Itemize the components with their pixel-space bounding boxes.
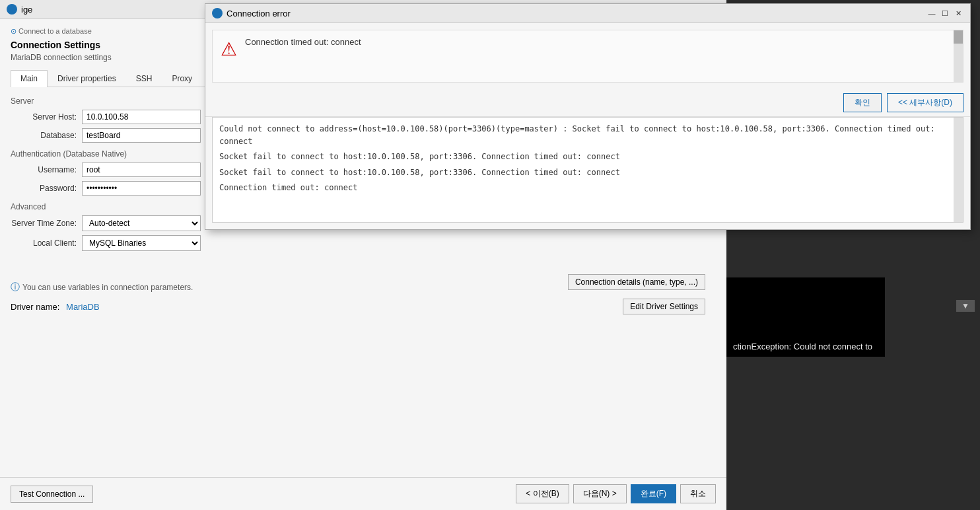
driver-name-value: MariaDB [66, 302, 100, 312]
app-title: ige [21, 5, 32, 15]
error-main-text: Connection timed out: connect [245, 37, 955, 47]
dialog-title: Connection error [227, 9, 291, 18]
exception-text-bottom: ctionException: Could not connect to [733, 342, 872, 351]
local-client-select[interactable]: MySQL Binaries [82, 235, 201, 251]
warning-icon: ⚠ [221, 38, 237, 60]
dialog-action-row: 확인 << 세부사항(D) [205, 89, 970, 117]
detail-line-3: Socket fail to connect to host:10.0.100.… [219, 166, 956, 179]
finish-button[interactable]: 완료(F) [631, 484, 676, 503]
password-input[interactable] [82, 181, 201, 196]
info-icon: ⓘ [11, 281, 20, 293]
dropdown-arrow[interactable]: ▼ [956, 300, 975, 312]
detail-scrollbar[interactable] [954, 118, 963, 222]
tab-driver[interactable]: Driver properties [48, 70, 126, 87]
dialog-controls: — ☐ ✕ [927, 8, 963, 18]
app-icon [7, 4, 17, 15]
dialog-app-icon [212, 8, 223, 18]
driver-name-label: Driver name: [11, 302, 59, 312]
username-input[interactable] [82, 163, 201, 177]
error-scrollbar[interactable] [954, 30, 963, 82]
next-button[interactable]: 다음(N) > [573, 484, 627, 503]
conn-details-button[interactable]: Connection details (name, type, ...) [568, 274, 705, 290]
error-scrollbar-thumb[interactable] [954, 30, 963, 44]
server-host-input[interactable] [82, 110, 201, 124]
detail-line-4: Connection timed out: connect [219, 182, 956, 194]
info-text: You can use variables in connection para… [22, 283, 193, 292]
tab-main[interactable]: Main [11, 70, 48, 87]
minimize-button[interactable]: — [927, 8, 937, 18]
local-client-label: Local Client: [11, 238, 77, 248]
server-host-label: Server Host: [11, 112, 77, 122]
prev-button[interactable]: < 이전(B) [516, 484, 569, 503]
nav-buttons: < 이전(B) 다음(N) > 완료(F) 취소 [516, 484, 716, 503]
driver-name-row: Driver name: MariaDB [11, 302, 100, 312]
timezone-label: Server Time Zone: [11, 219, 77, 228]
edit-driver-button[interactable]: Edit Driver Settings [623, 299, 705, 314]
database-input[interactable] [82, 128, 201, 143]
dialog-title-bar: Connection error — ☐ ✕ [205, 4, 970, 23]
detail-line-1: Could not connect to address=(host=10.0.… [219, 123, 956, 148]
error-message-area: ⚠ Connection timed out: connect [212, 30, 963, 83]
test-connection-button[interactable]: Test Connection ... [11, 486, 93, 503]
tab-proxy[interactable]: Proxy [162, 70, 202, 87]
database-label: Database: [11, 131, 77, 140]
exception-bottom-text: ctionException: Could not connect to [726, 335, 980, 358]
detail-line-2: Socket fail to connect to host:10.0.100.… [219, 151, 956, 163]
password-label: Password: [11, 184, 77, 193]
confirm-button[interactable]: 확인 [843, 93, 882, 112]
username-label: Username: [11, 165, 77, 174]
details-button[interactable]: << 세부사항(D) [887, 93, 963, 112]
error-dialog[interactable]: Connection error — ☐ ✕ ⚠ Connection time… [205, 3, 971, 230]
cancel-button[interactable]: 취소 [680, 484, 716, 503]
local-client-row: Local Client: MySQL Binaries [11, 235, 716, 251]
close-button[interactable]: ✕ [953, 8, 963, 18]
maximize-button[interactable]: ☐ [940, 8, 950, 18]
timezone-select[interactable]: Auto-detect [82, 215, 201, 231]
dialog-title-left: Connection error [212, 8, 291, 18]
detail-text-area[interactable]: Could not connect to address=(host=10.0.… [212, 117, 963, 223]
tab-ssh[interactable]: SSH [126, 70, 162, 87]
bottom-bar: Test Connection ... < 이전(B) 다음(N) > 완료(F… [0, 477, 726, 510]
info-row: ⓘ You can use variables in connection pa… [11, 281, 193, 293]
